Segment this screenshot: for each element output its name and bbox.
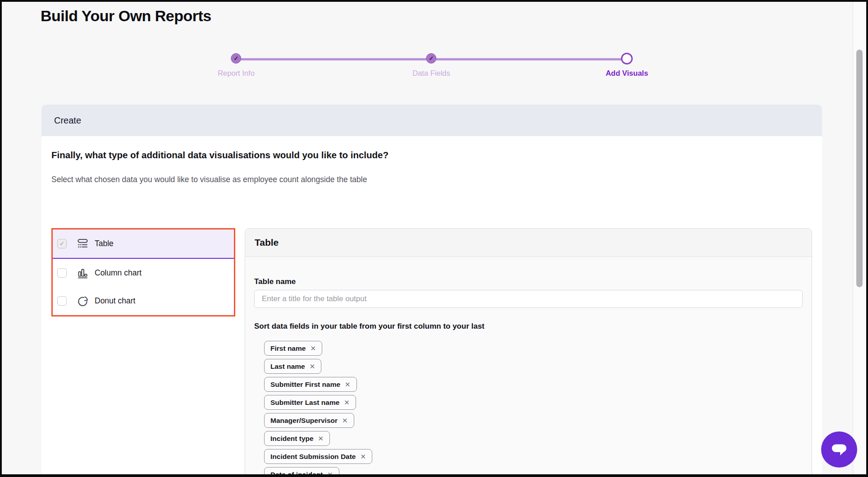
option-label: Donut chart — [95, 296, 135, 306]
step-label: Add Visuals — [606, 69, 648, 78]
question-subtitle: Select what chosen data you would like t… — [51, 175, 367, 184]
field-chip[interactable]: Manager/Supervisor ✕ — [264, 413, 354, 428]
remove-field-icon[interactable]: ✕ — [318, 435, 324, 442]
scrollbar-track — [853, 2, 866, 474]
option-table[interactable]: ✓ Table — [53, 229, 234, 259]
donut-chart-icon — [77, 295, 89, 307]
check-icon: ✓ — [234, 55, 239, 61]
field-chip-label: Submitter Last name — [270, 399, 339, 407]
chat-bubble-icon — [829, 439, 850, 460]
table-icon — [77, 238, 89, 250]
field-chip[interactable]: Submitter First name ✕ — [264, 377, 357, 392]
column-chart-checkbox[interactable] — [57, 268, 67, 278]
table-checkbox[interactable]: ✓ — [57, 239, 67, 248]
table-name-label: Table name — [254, 277, 803, 286]
remove-field-icon[interactable]: ✕ — [310, 363, 315, 370]
field-chip[interactable]: Last name ✕ — [264, 359, 321, 374]
table-panel: Table Table name Sort data fields in you… — [245, 228, 812, 477]
field-chip[interactable]: Date of incident ✕ — [264, 467, 339, 477]
option-column-chart[interactable]: Column chart — [53, 259, 234, 287]
option-label: Table — [95, 239, 114, 248]
step-complete-dot: ✓ — [426, 53, 436, 64]
field-chip-label: Submitter First name — [270, 381, 340, 389]
remove-field-icon[interactable]: ✕ — [342, 417, 348, 424]
create-section-title: Create — [54, 115, 81, 126]
step-add-visuals[interactable]: Add Visuals — [606, 53, 648, 78]
step-data-fields[interactable]: ✓ Data Fields — [412, 53, 450, 78]
option-donut-chart[interactable]: Donut chart — [53, 287, 234, 315]
table-panel-header: Table — [245, 229, 812, 257]
field-chip-label: Date of incident — [270, 471, 323, 477]
page-title: Build Your Own Reports — [41, 7, 211, 25]
check-icon: ✓ — [429, 55, 434, 61]
remove-field-icon[interactable]: ✕ — [327, 471, 333, 477]
step-label: Report Info — [218, 69, 255, 78]
table-name-input[interactable] — [254, 290, 803, 308]
field-chip-label: Incident type — [270, 435, 314, 443]
field-chip[interactable]: Incident type ✕ — [264, 431, 330, 446]
create-card: Create Finally, what type of additional … — [41, 105, 822, 476]
field-chip-list: First name ✕ Last name ✕ Submitter First… — [264, 341, 803, 477]
remove-field-icon[interactable]: ✕ — [345, 381, 351, 388]
field-chip[interactable]: Submitter Last name ✕ — [264, 395, 356, 410]
question-text: Finally, what type of additional data vi… — [51, 150, 388, 161]
column-chart-icon — [77, 267, 89, 279]
field-chip-label: Last name — [270, 362, 305, 371]
check-icon: ✓ — [59, 240, 65, 247]
step-complete-dot: ✓ — [231, 53, 241, 64]
field-chip-label: Manager/Supervisor — [270, 417, 338, 425]
field-chip[interactable]: First name ✕ — [264, 341, 322, 356]
remove-field-icon[interactable]: ✕ — [344, 399, 350, 406]
donut-chart-checkbox[interactable] — [57, 296, 67, 306]
field-chip-label: First name — [270, 344, 306, 353]
visual-options-panel: ✓ Table — [51, 228, 235, 316]
create-body: Finally, what type of additional data vi… — [41, 136, 822, 476]
create-section-header: Create — [41, 105, 822, 136]
field-chip[interactable]: Incident Submission Date ✕ — [264, 449, 372, 464]
field-chip-label: Incident Submission Date — [270, 453, 356, 461]
chat-launcher-button[interactable] — [821, 431, 857, 468]
table-panel-body: Table name Sort data fields in your tabl… — [245, 257, 812, 477]
remove-field-icon[interactable]: ✕ — [310, 345, 316, 352]
remove-field-icon[interactable]: ✕ — [360, 453, 366, 460]
sort-fields-label: Sort data fields in your table from your… — [254, 322, 803, 331]
step-report-info[interactable]: ✓ Report Info — [218, 53, 255, 78]
table-panel-title: Table — [255, 237, 279, 248]
step-current-dot — [621, 53, 633, 64]
scrollbar-thumb[interactable] — [856, 50, 863, 287]
step-label: Data Fields — [412, 69, 450, 78]
page: Build Your Own Reports ✓ Report Info ✓ D… — [0, 0, 868, 477]
option-label: Column chart — [95, 268, 142, 278]
